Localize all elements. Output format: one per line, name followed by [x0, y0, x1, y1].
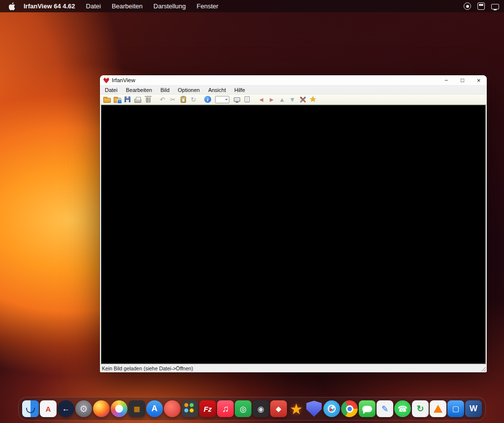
dock-icon-launchpad[interactable]	[182, 400, 198, 417]
window-status-icon[interactable]	[477, 2, 485, 10]
desktop: IrfanView 64 4.62 Datei Bearbeiten Darst…	[0, 0, 504, 423]
close-button[interactable]: ×	[471, 75, 487, 85]
macos-menu-darstellung[interactable]: Darstellung	[154, 2, 186, 10]
dock-icon-whatsapp[interactable]: ☎	[394, 400, 411, 417]
music-note-icon: ♫	[222, 403, 229, 414]
resize-grip[interactable]	[480, 366, 486, 371]
irfanview-star-icon: ★	[290, 400, 303, 418]
print-button[interactable]	[133, 95, 143, 104]
dock-icon-video-capture-app[interactable]: ◎	[235, 400, 252, 417]
dock-icon-finder[interactable]	[22, 400, 39, 417]
dock-icon-media-player-app[interactable]: ◆	[270, 400, 287, 417]
compass-icon	[328, 405, 336, 413]
menu-bild[interactable]: Bild	[159, 87, 170, 93]
menu-datei[interactable]: Datei	[104, 87, 119, 93]
image-properties-button[interactable]	[242, 95, 252, 104]
chrome-icon	[346, 405, 353, 413]
dock-icon-sync-app[interactable]: ↻	[412, 400, 429, 417]
macos-menu-fenster[interactable]: Fenster	[197, 2, 219, 10]
open-button[interactable]	[102, 95, 112, 104]
speech-bubble-icon	[362, 406, 372, 412]
word-icon: W	[470, 404, 477, 414]
cut-button[interactable]: ✂	[168, 95, 178, 104]
dock-icon-compass-browser-app[interactable]	[323, 400, 340, 417]
dock-icon-system-settings[interactable]: ⚙	[75, 400, 92, 417]
dock-icon-word[interactable]: W	[465, 400, 482, 417]
info-button[interactable]: i	[203, 95, 213, 104]
up-arrow-icon: ▲	[279, 96, 285, 103]
settings-tools-button[interactable]	[298, 95, 308, 104]
dock-icon-calculator[interactable]: ▦	[128, 400, 145, 417]
save-floppy-icon	[125, 96, 130, 102]
dock-icon-app-store[interactable]: A	[146, 400, 163, 417]
trash-icon	[146, 97, 151, 103]
open-folder-icon	[103, 98, 111, 103]
dock-icon-vlc[interactable]	[430, 400, 446, 417]
dock-icon-filezilla[interactable]: Fz	[199, 400, 216, 417]
maximize-button[interactable]: □	[454, 75, 471, 85]
delete-button[interactable]	[143, 95, 153, 104]
record-status-icon[interactable]	[464, 2, 471, 10]
image-canvas[interactable]	[101, 105, 486, 364]
apple-menu-icon[interactable]	[9, 2, 15, 10]
dock-icon-shield-app[interactable]	[306, 400, 322, 417]
dock-icon-remote-desktop-app[interactable]: ▢	[447, 400, 464, 417]
window-menu-bar: Datei Bearbeiten Bild Optionen Ansicht H…	[100, 86, 487, 94]
display-status-icon[interactable]	[491, 4, 499, 9]
thumbnails-button[interactable]	[112, 95, 122, 104]
text-editor-icon: A	[46, 405, 51, 413]
fullscreen-button[interactable]	[232, 95, 242, 104]
dock-icon-camera-app[interactable]: ◉	[252, 400, 269, 417]
dock-icon-drawing-app[interactable]: ✎	[377, 400, 393, 417]
menu-ansicht[interactable]: Ansicht	[207, 87, 227, 93]
zoom-select[interactable]	[215, 96, 229, 103]
active-app-name[interactable]: IrfanView 64 4.62	[24, 2, 75, 10]
dock-icon-red-circle-app[interactable]	[164, 400, 181, 417]
first-image-button[interactable]: ▲	[277, 95, 287, 104]
previous-image-button[interactable]: ◄	[256, 95, 266, 104]
camera-lens-icon: ◉	[257, 404, 264, 414]
macos-menu-bearbeiten[interactable]: Bearbeiten	[112, 2, 143, 10]
favorites-button[interactable]: ★	[308, 95, 318, 104]
macos-menu-datei[interactable]: Datei	[86, 2, 101, 10]
sync-arrows-icon: ↻	[416, 403, 424, 414]
video-lens-icon: ◎	[240, 404, 247, 414]
toolbar-separator	[252, 95, 256, 104]
info-icon: i	[204, 96, 211, 103]
toolbar-separator	[154, 95, 157, 104]
status-text: Kein Bild geladen (siehe Datei->Öffnen)	[102, 365, 193, 371]
last-image-button[interactable]: ▼	[287, 95, 297, 104]
redo-icon: ↻	[191, 96, 196, 103]
dock-icon-chrome[interactable]	[341, 400, 358, 417]
minimize-button[interactable]: −	[438, 75, 454, 85]
paste-clipboard-icon	[181, 96, 186, 103]
redo-button[interactable]: ↻	[189, 95, 198, 104]
next-image-button[interactable]: ►	[267, 95, 277, 104]
menu-hilfe[interactable]: Hilfe	[233, 87, 246, 93]
window-controls: − □ ×	[438, 75, 487, 85]
phone-icon: ☎	[398, 404, 408, 414]
toolbar: ↶ ✂ ↻ i ◄ ► ▲ ▼ ★	[100, 94, 487, 105]
dock-icon-firefox[interactable]	[93, 400, 110, 417]
dock-icon-photos[interactable]	[111, 400, 127, 417]
window-title-bar[interactable]: IrfanView − □ ×	[100, 75, 487, 86]
dock-icon-apple-music[interactable]: ♫	[217, 400, 234, 417]
paste-button[interactable]	[178, 95, 188, 104]
irfanview-window: IrfanView − □ × Datei Bearbeiten Bild Op…	[100, 75, 487, 372]
dock-icon-irfanview[interactable]: ★	[288, 400, 305, 417]
undo-button[interactable]: ↶	[158, 95, 167, 104]
cut-icon: ✂	[170, 96, 176, 103]
irfanview-app-icon	[103, 78, 109, 83]
calculator-icon: ▦	[133, 405, 140, 413]
gear-icon: ⚙	[79, 403, 88, 415]
dock-icon-text-editor-app[interactable]: A	[40, 400, 57, 417]
menu-bearbeiten[interactable]: Bearbeiten	[125, 87, 153, 93]
undo-icon: ↶	[160, 96, 165, 103]
app-store-icon: A	[152, 404, 158, 414]
remote-window-icon: ▢	[452, 404, 459, 413]
dock-icon-messages[interactable]	[359, 400, 376, 417]
menu-optionen[interactable]: Optionen	[177, 87, 201, 93]
dock-icon-back-arrow-app[interactable]: ←	[58, 400, 74, 417]
save-button[interactable]	[123, 95, 132, 104]
monitor-icon	[234, 97, 240, 102]
